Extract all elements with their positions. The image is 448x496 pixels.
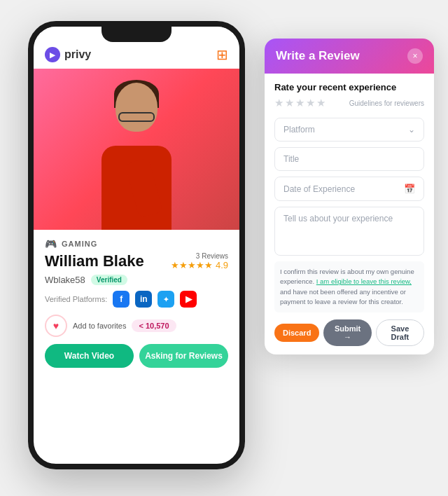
reviews-count: 3 Reviews — [171, 252, 228, 260]
review-card-header: Write a Review × — [265, 39, 434, 74]
phone-content: 🎮 GAMING William Blake 3 Reviews ★★★★★ 4… — [34, 230, 239, 376]
chevron-down-icon: ⌄ — [408, 125, 415, 135]
scene: ▶ privy ⊞ � — [0, 0, 448, 496]
calendar-icon: 📅 — [404, 184, 415, 194]
title-field[interactable]: Title — [274, 147, 424, 171]
action-buttons-row: Discard Submit → Save Draft — [274, 319, 424, 346]
consent-text-block: I confirm this review is about my own ge… — [274, 261, 424, 312]
username: Wblake58 — [45, 275, 85, 285]
phone-notch — [102, 27, 172, 42]
youtube-icon: ▶ — [180, 291, 197, 308]
platform-field[interactable]: Platform ⌄ — [274, 118, 424, 142]
date-label: Date of Experience — [284, 184, 355, 194]
gaming-icon: 🎮 — [45, 238, 57, 249]
gaming-tag: 🎮 GAMING — [45, 238, 228, 249]
close-button[interactable]: × — [407, 48, 423, 64]
platforms-label: Verified Platforms: — [45, 295, 107, 303]
guidelines-link[interactable]: Guidelines for reviewers — [349, 99, 424, 107]
facebook-icon: f — [113, 291, 130, 308]
person-arm — [125, 158, 163, 218]
grid-icon: ⊞ — [216, 46, 228, 63]
phone-inner: ▶ privy ⊞ � — [34, 27, 239, 464]
favorites-count: < 10,570 — [132, 319, 176, 332]
platform-label: Platform — [284, 125, 315, 135]
twitter-icon: ✦ — [158, 291, 174, 308]
privy-logo-text: privy — [64, 48, 91, 61]
rating-value: 4.9 — [216, 260, 228, 270]
profile-right: 3 Reviews ★★★★★ 4.9 — [171, 252, 228, 270]
person-glasses — [118, 112, 155, 122]
review-card-title: Write a Review — [276, 49, 360, 63]
person-image — [80, 76, 192, 230]
verified-platforms: Verified Platforms: f in ✦ ▶ — [45, 291, 228, 308]
asking-reviews-button[interactable]: Asking for Reviews — [139, 344, 228, 368]
watch-video-button[interactable]: Watch Video — [45, 344, 134, 368]
category-label: GAMING — [62, 240, 97, 248]
textarea-label: Tell us about your experience — [284, 214, 415, 223]
discard-button[interactable]: Discard — [274, 324, 319, 342]
rating-stars[interactable]: ★★★★★ — [274, 97, 327, 109]
phone-mockup: ▶ privy ⊞ � — [28, 21, 245, 469]
privy-logo: ▶ privy — [45, 47, 91, 62]
stars-row: ★★★★★ 4.9 — [171, 260, 228, 270]
username-row: Wblake58 Verified — [45, 275, 228, 285]
stars-guidelines-row: ★★★★★ Guidelines for reviewers — [274, 97, 424, 109]
consent-link[interactable]: I am eligible to leave this review, — [316, 277, 412, 285]
submit-button[interactable]: Submit → — [323, 319, 371, 346]
verified-badge: Verified — [91, 275, 127, 285]
privy-logo-icon: ▶ — [45, 47, 60, 62]
review-card: Write a Review × Rate your recent experi… — [265, 39, 434, 354]
rate-label: Rate your recent experience — [274, 82, 424, 92]
linkedin-icon: in — [135, 291, 152, 308]
heart-button[interactable]: ♥ — [45, 315, 67, 337]
profile-name: William Blake — [45, 252, 144, 270]
experience-textarea[interactable]: Tell us about your experience — [274, 207, 424, 256]
phone-hero — [34, 69, 239, 230]
date-field[interactable]: Date of Experience 📅 — [274, 177, 424, 201]
review-card-body: Rate your recent experience ★★★★★ Guidel… — [265, 74, 434, 354]
person-head — [115, 83, 158, 132]
profile-row: William Blake 3 Reviews ★★★★★ 4.9 — [45, 252, 228, 270]
add-favorites-label: Add to favorites — [73, 322, 126, 330]
save-draft-button[interactable]: Save Draft — [376, 319, 424, 346]
consent-text-2: and have not been offered any incentive … — [280, 288, 406, 305]
favorites-row: ♥ Add to favorites < 10,570 — [45, 315, 228, 337]
person-body — [102, 146, 172, 230]
phone-action-buttons: Watch Video Asking for Reviews — [45, 344, 228, 368]
star-icons: ★★★★★ — [171, 260, 213, 270]
title-label: Title — [284, 154, 299, 164]
